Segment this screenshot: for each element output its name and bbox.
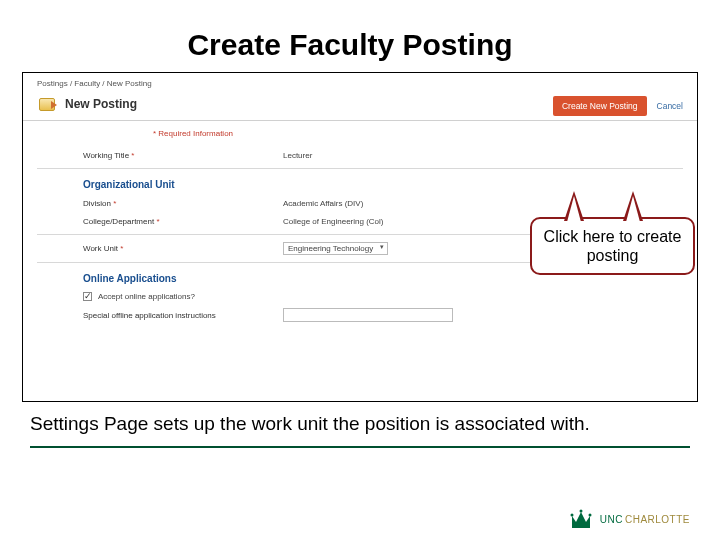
special-instructions-label: Special offline application instructions [83,311,283,320]
accept-online-checkbox[interactable] [83,292,92,301]
special-instructions-row: Special offline application instructions [23,305,697,325]
division-label: Division * [83,199,283,208]
callout-bubble: Click here to create posting [530,217,695,275]
folder-arrow-icon [37,96,57,112]
working-title-row: Working Title * Lecturer [23,146,697,164]
posting-header: New Posting Create New Posting Cancel [23,92,697,121]
division-row: Division * Academic Affairs (DIV) [23,194,697,212]
slide-caption: Settings Page sets up the work unit the … [0,402,720,440]
cancel-link[interactable]: Cancel [657,101,683,111]
accept-online-row: Accept online applications? [23,288,697,305]
create-new-posting-button[interactable]: Create New Posting [553,96,647,116]
org-unit-heading: Organizational Unit [23,173,697,194]
special-instructions-input[interactable] [283,308,453,322]
working-title-label: Working Title * [83,151,283,160]
callout-arrow-icon [623,191,643,221]
working-title-value: Lecturer [283,151,312,160]
required-info-label: * Required Information [23,121,697,146]
callout-arrow-icon [564,191,584,221]
breadcrumb: Postings / Faculty / New Posting [23,73,697,92]
application-screenshot: Postings / Faculty / New Posting New Pos… [22,72,698,402]
work-unit-label: Work Unit * [83,244,283,253]
work-unit-dropdown[interactable]: Engineering Technology [283,242,388,255]
logo-text: UNCCHARLOTTE [600,514,690,525]
slide-title: Create Faculty Posting [0,0,560,72]
college-value: College of Engineering (Col) [283,217,384,226]
svg-point-0 [570,514,573,517]
callout-text: Click here to create posting [538,227,687,265]
accept-online-label: Accept online applications? [98,292,195,301]
unc-charlotte-logo: UNCCHARLOTTE [568,508,690,530]
page-title: New Posting [65,97,137,111]
header-actions: Create New Posting Cancel [553,96,683,116]
svg-point-2 [588,514,591,517]
svg-point-1 [579,510,582,513]
crown-icon [568,508,594,530]
college-label: College/Department * [83,217,283,226]
work-unit-select[interactable]: Engineering Technology [283,242,388,255]
footer-rule [30,446,690,448]
division-value: Academic Affairs (DIV) [283,199,363,208]
divider [37,168,683,169]
